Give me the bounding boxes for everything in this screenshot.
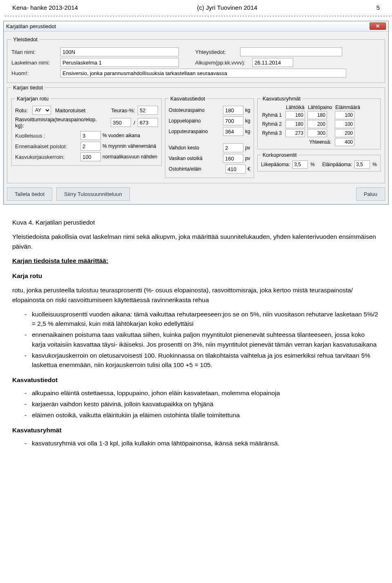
huom-label: Huom!: xyxy=(11,70,60,76)
ryhma3-b[interactable] xyxy=(307,129,327,137)
ostohinta-input[interactable] xyxy=(225,165,246,174)
karjan-tiedot-legend: Karjan tiedot xyxy=(11,85,45,91)
teuraspct-input[interactable] xyxy=(138,106,158,115)
liikepaoma-label: Liikepääoma: xyxy=(261,162,290,167)
yleistiedot-fieldset: Yleistiedot Tilan nimi: Yhteystiedot: La… xyxy=(7,36,385,83)
header-left: Kena- hanke 2013-2014 xyxy=(12,4,78,11)
rotu-select[interactable]: AY xyxy=(32,106,51,115)
korkoprosentit-fieldset: Korkoprosentit Liikepääoma: % Eläinpääom… xyxy=(257,152,381,171)
ryhma2-a[interactable] xyxy=(285,120,305,128)
subheading-kasvatustiedot: Kasvatustiedot xyxy=(12,375,380,385)
ryhma1-b[interactable] xyxy=(307,111,327,119)
alkupvm-input[interactable] xyxy=(252,58,293,67)
col-elainmaara: Eläinmäärä xyxy=(334,104,362,111)
paluu-button[interactable]: Paluu xyxy=(356,187,385,201)
karjan-tiedot-fieldset: Karjan tiedot Karjarjan rotu Rotu: AY Ma… xyxy=(7,85,385,183)
section-heading: Karjan tiedoista tulee määrittää: xyxy=(12,257,108,264)
yhteensa-input[interactable] xyxy=(335,138,354,146)
list-item: ennenaikainen poistuma taas vaikuttaa si… xyxy=(24,330,380,349)
list-item: kasvukorjauskerroin on oletusarvoisesti … xyxy=(24,351,380,370)
ryhma1-a[interactable] xyxy=(285,111,305,119)
ryhma3-a[interactable] xyxy=(285,129,305,137)
page-header: Kena- hanke 2013-2014 (c) Jyri Tuovinen … xyxy=(0,0,392,13)
table-row: Ryhmä 1 xyxy=(261,111,362,120)
talleta-button[interactable]: Talleta tiedot xyxy=(7,187,52,201)
yleistiedot-legend: Yleistiedot xyxy=(11,36,39,42)
enn-input[interactable] xyxy=(80,142,101,151)
rasvoitt-a-input[interactable] xyxy=(111,118,131,127)
tilan-nimi-label: Tilan nimi: xyxy=(11,49,60,55)
kuolleisuus-input[interactable] xyxy=(80,131,101,140)
enn-label: Ennenaikaiset poistot: xyxy=(15,143,80,149)
body-text: Kuva 4. Karjatilan perustiedot Yleistied… xyxy=(0,207,392,456)
enn-unit: % myynnin vähenemänä xyxy=(102,143,156,149)
huom-input[interactable] xyxy=(60,69,346,78)
header-center: (c) Jyri Tuovinen 2014 xyxy=(197,4,258,11)
col-lahtopaino: Lähtöpaino xyxy=(306,104,334,111)
window-title: Karjatilan perustiedot xyxy=(6,23,56,29)
kg-unit-3: kg xyxy=(245,129,250,134)
paragraph: rotu, jonka perusteella tulostuu teurasp… xyxy=(12,285,380,305)
elainpaoma-label: Eläinpääoma: xyxy=(322,162,352,167)
ostohinta-label: Ostohinta/eläin xyxy=(169,166,225,172)
loppuelopaino-label: Loppuelopaino xyxy=(169,118,223,124)
list-item: eläimen ostoikä, vaikutta eläintukiin ja… xyxy=(24,410,380,420)
teuraspct-label: Teuras-%: xyxy=(111,107,135,113)
elainpaoma-input[interactable] xyxy=(354,160,370,169)
kasvuk-label: Kasvukorjauskerroin: xyxy=(15,154,80,160)
alkupvm-label: Alkupvm(pp.kk.vvvv): xyxy=(195,60,252,66)
kasvuk-unit: normaalikasvuun nähden xyxy=(102,154,157,160)
app-window: Karjatilan perustiedot ✕ Yleistiedot Til… xyxy=(3,21,389,205)
yhteystiedot-input[interactable] xyxy=(240,47,342,56)
lopputeuraspaino-label: Lopputeuraspaino xyxy=(169,129,223,134)
loppuelopaino-input[interactable] xyxy=(223,116,243,125)
col-lahtoika: Lähtöikä xyxy=(284,104,306,111)
close-button[interactable]: ✕ xyxy=(370,22,386,30)
eur-unit: € xyxy=(247,166,250,172)
table-row: Ryhmä 2 xyxy=(261,120,362,129)
ryhma1-c[interactable] xyxy=(335,111,354,119)
bullet-list-2: alkupaino eläintä ostettaessa, loppupain… xyxy=(12,388,380,420)
laskelman-nimi-label: Laskelman nimi: xyxy=(11,60,60,66)
liikepaoma-input[interactable] xyxy=(292,160,308,169)
yhteystiedot-label: Yhteystiedot: xyxy=(195,49,240,55)
vasikan-ostoika-input[interactable] xyxy=(223,154,243,163)
ryhma2-c[interactable] xyxy=(335,120,354,128)
kg-unit-1: kg xyxy=(245,107,250,113)
laskelman-nimi-input[interactable] xyxy=(60,58,179,67)
kuolleisuus-label: Kuolleisuus : xyxy=(15,133,80,139)
ryhma3-c[interactable] xyxy=(335,129,354,137)
vasikan-ostoika-label: Vasikan ostoikä xyxy=(169,156,223,161)
tilan-nimi-input[interactable] xyxy=(60,47,179,56)
siirry-button[interactable]: Siirry Tulossuunnitteluun xyxy=(56,187,130,201)
vaihdon-kesto-input[interactable] xyxy=(223,143,243,152)
ryhma2-b[interactable] xyxy=(307,120,327,128)
titlebar: Karjatilan perustiedot ✕ xyxy=(4,21,388,31)
kasvuk-input[interactable] xyxy=(80,152,101,161)
list-item: kuolleisuusprosentti vuoden aikana: tämä… xyxy=(24,309,380,329)
ostoteuraspaino-input[interactable] xyxy=(223,106,243,115)
table-row: Yhteensä: xyxy=(261,138,362,147)
vaihdon-kesto-label: Vaihdon kesto xyxy=(169,145,223,151)
divider: ----------------------------------------… xyxy=(0,13,392,19)
kasvatusryhmat-fieldset: Kasvatusryhmät Lähtöikä Lähtöpaino Eläin… xyxy=(257,96,381,149)
korkoprosentit-legend: Korkoprosentit xyxy=(261,152,298,158)
kasvatustiedot-fieldset: Kasvatustiedot Ostoteuraspaino kg Loppue… xyxy=(165,96,254,178)
subheading-karja-rotu: Karja rotu xyxy=(12,271,380,280)
pv-unit-1: pv xyxy=(245,145,250,151)
kasvatustiedot-legend: Kasvatustiedot xyxy=(169,96,207,102)
close-icon: ✕ xyxy=(376,23,380,29)
kasvatusryhmat-legend: Kasvatusryhmät xyxy=(261,96,302,102)
list-item: karjaerän vaihdon kesto päivinä, jolloin… xyxy=(24,399,380,409)
lopputeuraspaino-input[interactable] xyxy=(223,127,243,136)
kuolleisuus-unit: % vuoden aikana xyxy=(102,133,140,138)
rasvoitt-label: Rasvoittumisraja(teuraspaino/elop. kg): xyxy=(15,116,107,129)
kasvatusryhmat-table: Lähtöikä Lähtöpaino Eläinmäärä Ryhmä 1 xyxy=(261,104,362,147)
rasvoitt-b-input[interactable] xyxy=(138,118,158,127)
rotu-desc: Maitorotuiset xyxy=(55,107,85,113)
pv-unit-2: pv xyxy=(245,156,250,161)
figure-caption: Kuva 4. Karjatilan perustiedot xyxy=(12,218,380,227)
subheading-kasvatusryhmat: Kasvatusryhmät xyxy=(12,425,380,435)
rotu-label: Rotu: xyxy=(15,107,32,113)
table-row: Ryhmä 3 xyxy=(261,129,362,138)
